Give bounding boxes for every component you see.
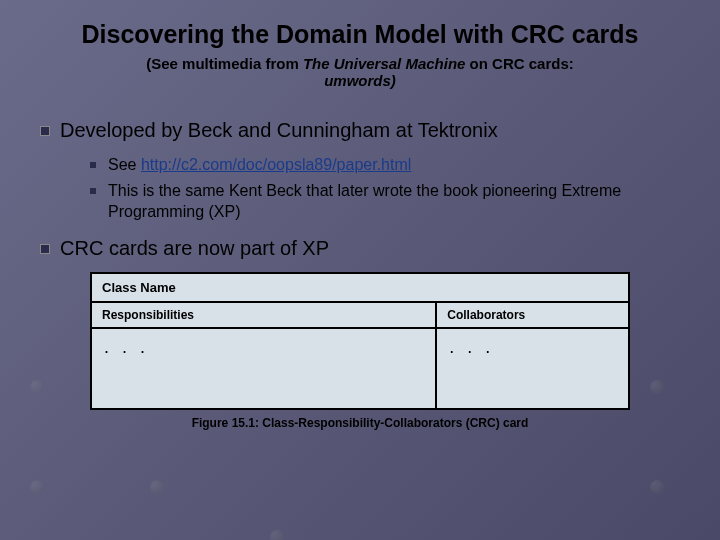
crc-responsibilities-header: Responsibilities [92,303,435,329]
figure-caption: Figure 15.1: Class-Responsibility-Collab… [90,416,630,430]
slide-title: Discovering the Domain Model with CRC ca… [30,20,690,49]
crc-collaborators-body: . . . [437,329,628,408]
sub1-prefix: See [108,156,141,173]
subtitle-italic: The Universal Machine [303,55,466,72]
sub-bullet-text-2: This is the same Kent Beck that later wr… [108,180,690,223]
bullet-text-1: Developed by Beck and Cunningham at Tekt… [60,119,498,142]
crc-paper-link[interactable]: http://c2.com/doc/oopsla89/paper.html [141,156,411,173]
bullet-main-2: CRC cards are now part of XP [40,237,690,260]
crc-responsibilities-body: . . . [92,329,435,408]
bullet-text-2: CRC cards are now part of XP [60,237,329,260]
bullet-main-1: Developed by Beck and Cunningham at Tekt… [40,119,690,142]
square-bullet-icon [40,126,50,136]
square-bullet-icon [40,244,50,254]
subtitle-suffix: on CRC cards: [465,55,573,72]
crc-collaborators-header: Collaborators [437,303,628,329]
square-bullet-icon [90,188,96,194]
square-bullet-icon [90,162,96,168]
sub-bullet-text-1: See http://c2.com/doc/oopsla89/paper.htm… [108,154,411,176]
sub-bullet-1: See http://c2.com/doc/oopsla89/paper.htm… [90,154,690,176]
slide-subtitle: (See multimedia from The Universal Machi… [30,55,690,72]
sub-bullet-2: This is the same Kent Beck that later wr… [90,180,690,223]
subtitle-prefix: (See multimedia from [146,55,303,72]
crc-classname-header: Class Name [92,274,628,303]
crc-card-figure: Class Name Responsibilities . . . Collab… [90,272,630,430]
slide-subtitle-line2: umwords) [30,72,690,89]
